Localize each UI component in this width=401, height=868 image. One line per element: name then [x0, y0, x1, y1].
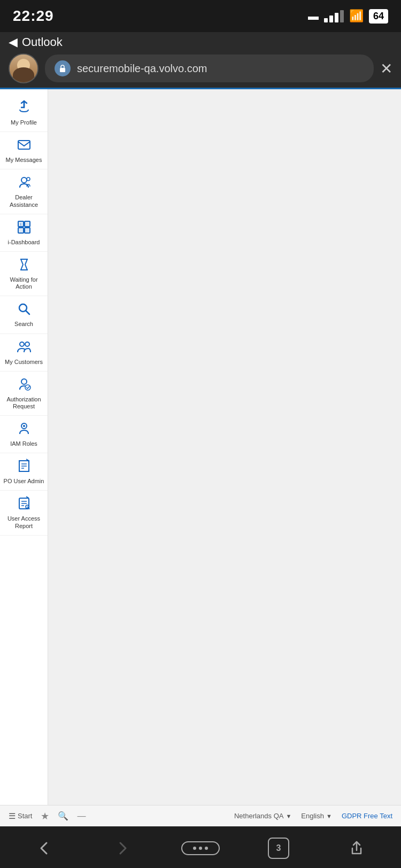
browser-chrome: ◀ Outlook securemobile-qa.volvo.com ✕ [0, 32, 401, 88]
avatar-image [10, 55, 37, 82]
sidebar-item-my-messages[interactable]: My Messages [0, 132, 48, 169]
start-label: Start [18, 812, 32, 820]
sidebar-label-dealer-assistance: Dealer Assistance [2, 194, 45, 208]
star-icon[interactable]: ★ [41, 810, 49, 822]
share-button[interactable] [335, 832, 378, 864]
svg-point-5 [27, 177, 30, 181]
sidebar-label-po-user-admin: PO User Admin [4, 478, 44, 485]
sidebar-item-i-dashboard[interactable]: i i-Dashboard [0, 214, 48, 252]
dashboard-icon: i [17, 220, 32, 237]
back-button[interactable] [23, 832, 66, 864]
url-text: securemobile-qa.volvo.com [77, 63, 364, 75]
country-select[interactable]: Netherlands QA ▼ [234, 812, 291, 820]
sidebar-label-authorization-request: Authorization Request [2, 396, 45, 410]
search-status-icon[interactable]: 🔍 [58, 811, 68, 821]
sidebar-label-waiting-for-action: Waiting for Action [2, 276, 45, 290]
pouseradmin-icon [17, 459, 32, 476]
sidebar-label-my-messages: My Messages [6, 157, 42, 164]
svg-line-14 [26, 311, 29, 315]
auth-icon [17, 377, 32, 394]
status-bar: 22:29 ▬ 📶 64 [0, 0, 401, 32]
forward-button[interactable] [101, 832, 144, 864]
sidebar-item-search[interactable]: Search [0, 296, 48, 334]
sidebar-item-authorization-request[interactable]: Authorization Request [0, 371, 48, 416]
sidebar-label-my-customers: My Customers [5, 359, 43, 366]
profile-icon [17, 100, 32, 117]
svg-point-18 [25, 385, 30, 390]
country-chevron-icon: ▼ [286, 813, 291, 819]
close-button[interactable]: ✕ [380, 60, 392, 78]
avatar [9, 53, 38, 83]
svg-rect-8 [18, 228, 24, 233]
dot-3 [205, 847, 208, 850]
more-options-pill [181, 841, 220, 855]
more-options-button[interactable] [179, 832, 222, 864]
svg-point-16 [25, 342, 29, 346]
sidebar-item-dealer-assistance[interactable]: Dealer Assistance [0, 169, 48, 214]
tabs-count: 3 [268, 838, 289, 859]
sidebar-label-user-access-report: User Access Report [2, 515, 45, 529]
lock-svg [58, 64, 67, 73]
page-status-bar: ☰ Start ★ 🔍 — Netherlands QA ▼ English ▼… [0, 805, 401, 826]
browser-toolbar: 3 [0, 826, 401, 868]
svg-rect-9 [25, 228, 30, 233]
language-label: English [301, 812, 324, 820]
content-area [48, 89, 401, 805]
language-select[interactable]: English ▼ [301, 812, 332, 820]
back-arrow-icon: ◀ [9, 35, 18, 49]
dealer-icon [17, 175, 32, 192]
wifi-icon: 📶 [349, 9, 364, 23]
lock-icon [55, 60, 71, 76]
sidebar-item-waiting-for-action[interactable]: Waiting for Action [0, 252, 48, 296]
gdpr-link[interactable]: GDPR Free Text [342, 812, 392, 820]
url-bar-row: securemobile-qa.volvo.com ✕ [9, 53, 392, 83]
svg-point-15 [20, 342, 24, 346]
hamburger-menu[interactable]: ☰ Start [9, 811, 32, 821]
iamroles-icon [17, 421, 32, 438]
sidebar-item-po-user-admin[interactable]: PO User Admin [0, 453, 48, 491]
svg-text:i: i [20, 222, 21, 227]
sidebar-item-my-profile[interactable]: My Profile [0, 95, 48, 132]
sidebar-label-search: Search [14, 321, 33, 328]
sidebar-label-my-profile: My Profile [11, 119, 37, 126]
tabs-button[interactable]: 3 [257, 832, 300, 864]
search-icon [17, 301, 32, 319]
svg-rect-7 [25, 221, 30, 227]
sidebar-item-iam-roles[interactable]: IAM Roles [0, 416, 48, 453]
sidebar-label-iam-roles: IAM Roles [10, 440, 37, 447]
svg-rect-3 [18, 141, 30, 149]
status-time: 22:29 [13, 7, 54, 25]
sidebar-item-user-access-report[interactable]: User Access Report [0, 491, 48, 535]
main-content: My Profile My Messages Dea [0, 89, 401, 805]
dot-2 [199, 847, 202, 850]
messages-icon [17, 137, 32, 154]
sidebar-label-i-dashboard: i-Dashboard [8, 239, 40, 246]
signal-bars-icon [324, 10, 344, 22]
hamburger-icon: ☰ [9, 811, 16, 821]
svg-point-17 [21, 379, 27, 384]
sim-icon: ▬ [308, 10, 319, 22]
back-nav[interactable]: ◀ Outlook [9, 35, 392, 51]
hourglass-icon [17, 257, 32, 274]
dash-icon: — [77, 811, 86, 821]
svg-point-4 [21, 177, 27, 183]
language-chevron-icon: ▼ [326, 813, 332, 819]
sidebar-item-my-customers[interactable]: My Customers [0, 334, 48, 371]
dot-1 [193, 847, 196, 850]
status-icons: ▬ 📶 64 [308, 9, 388, 24]
back-label: Outlook [22, 35, 63, 49]
battery-icon: 64 [369, 9, 388, 24]
svg-rect-0 [60, 68, 65, 72]
useraccessreport-icon [17, 496, 32, 513]
sidebar: My Profile My Messages Dea [0, 89, 48, 805]
svg-point-20 [23, 425, 25, 427]
customers-icon [17, 339, 32, 356]
url-bar[interactable]: securemobile-qa.volvo.com [45, 55, 374, 82]
country-label: Netherlands QA [234, 812, 284, 820]
